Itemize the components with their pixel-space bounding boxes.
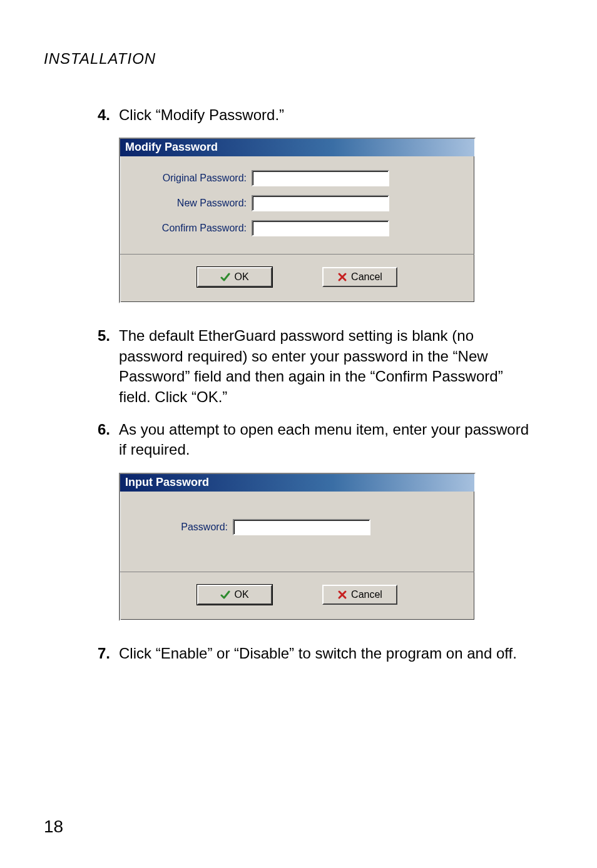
input-password-dialog: Input Password Password: OK Cancel — [119, 473, 476, 621]
step-7: 7. Click “Enable” or “Disable” to switch… — [94, 643, 534, 664]
step-6: 6. As you attempt to open each menu item… — [94, 420, 534, 460]
new-password-label: New Password: — [139, 198, 252, 209]
step-5: 5. The default EtherGuard password setti… — [94, 326, 534, 407]
original-password-input[interactable] — [252, 170, 389, 186]
cancel-button-label: Cancel — [351, 589, 382, 600]
ok-button-label: OK — [234, 589, 248, 600]
ok-button[interactable]: OK — [197, 585, 272, 605]
step-text: Click “Modify Password.” — [119, 105, 534, 125]
cancel-button-label: Cancel — [351, 271, 382, 283]
step-number: 5. — [94, 326, 119, 407]
confirm-password-input[interactable] — [252, 220, 389, 236]
step-number: 6. — [94, 420, 119, 460]
step-text: The default EtherGuard password setting … — [119, 326, 534, 407]
password-input[interactable] — [233, 519, 370, 535]
password-label: Password: — [139, 522, 233, 533]
dialog-title: Input Password — [120, 474, 474, 492]
running-head: INSTALLATION — [44, 50, 553, 68]
step-4: 4. Click “Modify Password.” — [94, 105, 534, 125]
x-icon — [337, 272, 347, 282]
step-number: 7. — [94, 643, 119, 664]
confirm-password-label: Confirm Password: — [139, 223, 252, 234]
step-text: As you attempt to open each menu item, e… — [119, 420, 534, 460]
ok-button[interactable]: OK — [197, 267, 272, 287]
modify-password-dialog: Modify Password Original Password: New P… — [119, 138, 476, 303]
page-number: 18 — [44, 817, 63, 837]
dialog-title: Modify Password — [120, 139, 474, 156]
check-icon — [220, 590, 230, 600]
step-text: Click “Enable” or “Disable” to switch th… — [119, 643, 534, 664]
original-password-label: Original Password: — [139, 173, 252, 184]
ok-button-label: OK — [234, 271, 248, 283]
cancel-button[interactable]: Cancel — [322, 267, 397, 287]
new-password-input[interactable] — [252, 195, 389, 211]
cancel-button[interactable]: Cancel — [322, 585, 397, 605]
step-number: 4. — [94, 105, 119, 125]
check-icon — [220, 272, 230, 282]
x-icon — [337, 590, 347, 600]
